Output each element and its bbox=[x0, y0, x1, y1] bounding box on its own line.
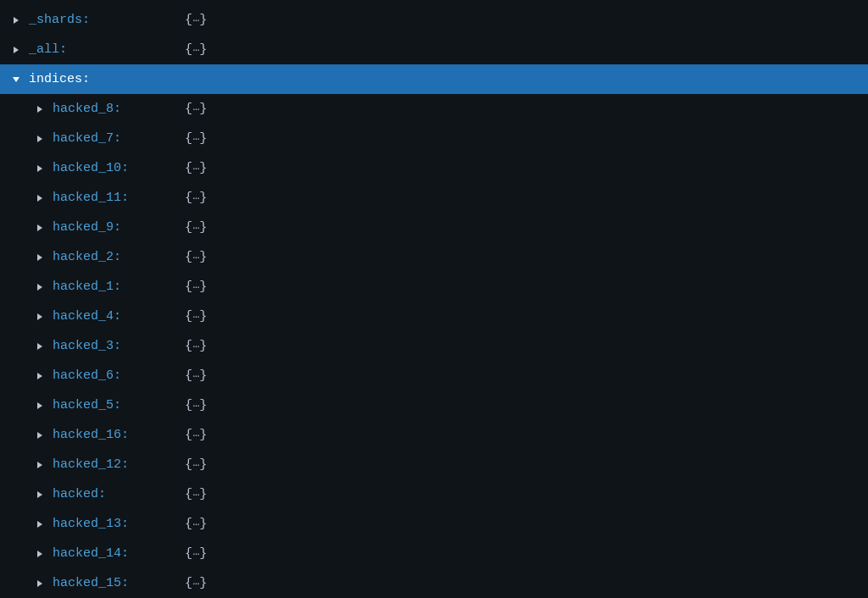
chevron-right-icon[interactable] bbox=[12, 44, 24, 56]
collapsed-object-placeholder[interactable]: {…} bbox=[185, 398, 207, 413]
node-key-label: hacked_10: bbox=[53, 161, 129, 175]
node-key-label: hacked_15: bbox=[53, 576, 129, 590]
tree-node[interactable]: hacked_5:{…} bbox=[0, 390, 868, 420]
collapsed-object-placeholder[interactable]: {…} bbox=[185, 42, 207, 57]
tree-node[interactable]: indices: bbox=[0, 64, 868, 94]
collapsed-object-placeholder[interactable]: {…} bbox=[185, 576, 207, 590]
node-key-label: hacked: bbox=[53, 487, 106, 501]
chevron-right-icon[interactable] bbox=[36, 518, 47, 530]
collapsed-object-placeholder[interactable]: {…} bbox=[185, 368, 207, 383]
chevron-right-icon[interactable] bbox=[36, 133, 47, 145]
chevron-right-icon[interactable] bbox=[36, 400, 47, 412]
tree-node[interactable]: hacked_16:{…} bbox=[0, 420, 868, 450]
node-key-label: hacked_8: bbox=[53, 102, 121, 116]
collapsed-object-placeholder[interactable]: {…} bbox=[185, 191, 207, 205]
node-key-label: indices: bbox=[29, 72, 90, 86]
node-key-label: hacked_3: bbox=[53, 339, 121, 353]
tree-node[interactable]: hacked_13:{…} bbox=[0, 509, 868, 539]
chevron-right-icon[interactable] bbox=[36, 311, 47, 323]
tree-node[interactable]: hacked_6:{…} bbox=[0, 361, 868, 390]
node-key-label: hacked_7: bbox=[53, 131, 121, 146]
collapsed-object-placeholder[interactable]: {…} bbox=[185, 309, 207, 324]
chevron-right-icon[interactable] bbox=[36, 103, 47, 115]
tree-node[interactable]: hacked_8:{…} bbox=[0, 94, 868, 124]
collapsed-object-placeholder[interactable]: {…} bbox=[185, 487, 207, 501]
tree-node[interactable]: hacked_12:{…} bbox=[0, 450, 868, 479]
node-key-label: hacked_9: bbox=[53, 220, 121, 235]
chevron-right-icon[interactable] bbox=[36, 578, 47, 590]
tree-node[interactable]: hacked_1:{…} bbox=[0, 272, 868, 302]
node-key-label: hacked_14: bbox=[53, 546, 129, 561]
tree-node[interactable]: hacked_9:{…} bbox=[0, 213, 868, 242]
collapsed-object-placeholder[interactable]: {…} bbox=[185, 428, 207, 442]
tree-node[interactable]: hacked_11:{…} bbox=[0, 183, 868, 213]
collapsed-object-placeholder[interactable]: {…} bbox=[185, 161, 207, 175]
collapsed-object-placeholder[interactable]: {…} bbox=[185, 457, 207, 472]
tree-node[interactable]: hacked_15:{…} bbox=[0, 568, 868, 598]
tree-node[interactable]: hacked_4:{…} bbox=[0, 302, 868, 331]
tree-node[interactable]: hacked_7:{…} bbox=[0, 124, 868, 153]
collapsed-object-placeholder[interactable]: {…} bbox=[185, 339, 207, 353]
node-key-label: hacked_4: bbox=[53, 309, 121, 324]
node-key-label: hacked_13: bbox=[53, 517, 129, 531]
chevron-right-icon[interactable] bbox=[36, 429, 47, 441]
collapsed-object-placeholder[interactable]: {…} bbox=[185, 102, 207, 116]
node-key-label: hacked_6: bbox=[53, 368, 121, 383]
node-key-label: hacked_11: bbox=[53, 191, 129, 205]
chevron-right-icon[interactable] bbox=[36, 192, 47, 204]
chevron-down-icon[interactable] bbox=[12, 74, 24, 86]
collapsed-object-placeholder[interactable]: {…} bbox=[185, 280, 207, 294]
chevron-right-icon[interactable] bbox=[12, 14, 24, 26]
tree-node[interactable]: hacked_10:{…} bbox=[0, 153, 868, 183]
node-key-label: hacked_16: bbox=[53, 428, 129, 442]
collapsed-object-placeholder[interactable]: {…} bbox=[185, 250, 207, 264]
node-key-label: hacked_5: bbox=[53, 398, 121, 413]
chevron-right-icon[interactable] bbox=[36, 163, 47, 174]
chevron-right-icon[interactable] bbox=[36, 281, 47, 293]
collapsed-object-placeholder[interactable]: {…} bbox=[185, 13, 207, 27]
tree-node[interactable]: hacked_14:{…} bbox=[0, 539, 868, 568]
collapsed-object-placeholder[interactable]: {…} bbox=[185, 131, 207, 146]
node-key-label: _shards: bbox=[29, 13, 90, 27]
node-key-label: hacked_12: bbox=[53, 457, 129, 472]
chevron-right-icon[interactable] bbox=[36, 252, 47, 263]
tree-node[interactable]: hacked_3:{…} bbox=[0, 331, 868, 361]
node-key-label: _all: bbox=[29, 42, 67, 57]
collapsed-object-placeholder[interactable]: {…} bbox=[185, 517, 207, 531]
node-key-label: hacked_1: bbox=[53, 280, 121, 294]
chevron-right-icon[interactable] bbox=[36, 548, 47, 560]
tree-node[interactable]: _all:{…} bbox=[0, 35, 868, 64]
chevron-right-icon[interactable] bbox=[36, 222, 47, 234]
chevron-right-icon[interactable] bbox=[36, 341, 47, 352]
tree-node[interactable]: hacked:{…} bbox=[0, 479, 868, 509]
tree-node[interactable]: hacked_2:{…} bbox=[0, 242, 868, 272]
collapsed-object-placeholder[interactable]: {…} bbox=[185, 546, 207, 561]
node-key-label: hacked_2: bbox=[53, 250, 121, 264]
chevron-right-icon[interactable] bbox=[36, 370, 47, 382]
chevron-right-icon[interactable] bbox=[36, 459, 47, 471]
collapsed-object-placeholder[interactable]: {…} bbox=[185, 220, 207, 235]
chevron-right-icon[interactable] bbox=[36, 489, 47, 501]
json-tree-view: _shards:{…}_all:{…}indices:hacked_8:{…}h… bbox=[0, 5, 868, 598]
tree-node[interactable]: _shards:{…} bbox=[0, 5, 868, 35]
